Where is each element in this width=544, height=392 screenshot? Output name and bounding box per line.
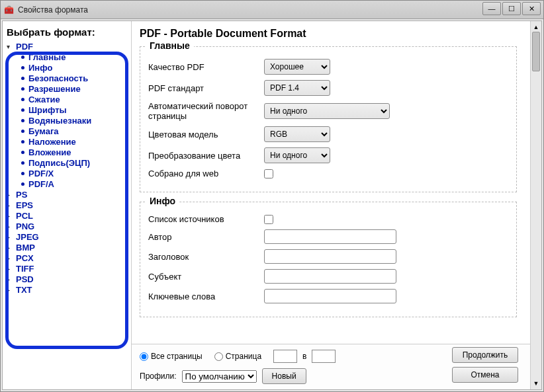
colorconv-select[interactable]: Ни одного <box>264 147 330 163</box>
chevron-right-icon: ▸ <box>7 212 13 219</box>
sidebar-item-label: Безопасность <box>28 73 88 83</box>
sidebar-item-label: Бумага <box>28 126 59 136</box>
page-from-input[interactable] <box>273 350 297 363</box>
format-txt[interactable]: ▸TXT <box>7 285 127 295</box>
sidebar-item-label: Главные <box>28 52 66 62</box>
autorotate-label: Автоматический поворот страницы <box>148 101 264 121</box>
sourcelist-checkbox[interactable] <box>264 215 273 224</box>
format-tree: ▾PDFГлавныеИнфоБезопасностьРазрешениеСжа… <box>7 42 127 295</box>
title-label: Заголовок <box>148 252 264 262</box>
minimize-button[interactable]: — <box>482 2 501 15</box>
profile-select[interactable]: По умолчанию <box>182 370 257 383</box>
cancel-button[interactable]: Отмена <box>452 367 518 383</box>
sidebar-item[interactable]: Инфо <box>21 63 127 73</box>
author-input[interactable] <box>264 229 396 244</box>
sidebar-item[interactable]: Главные <box>21 52 127 62</box>
chevron-right-icon: ▸ <box>7 191 13 198</box>
sidebar-item[interactable]: Шрифты <box>21 105 127 115</box>
sidebar-item[interactable]: Наложение <box>21 137 127 147</box>
bullet-icon <box>21 119 24 122</box>
chevron-right-icon: ▸ <box>7 265 13 272</box>
format-label: PSD <box>16 274 34 284</box>
sidebar-item[interactable]: Сжатие <box>21 95 127 104</box>
colormodel-label: Цветовая модель <box>148 130 264 139</box>
sidebar-item-label: Шрифты <box>28 105 67 115</box>
app-icon: 🧰 <box>3 5 14 15</box>
page-radio-wrap[interactable]: Страница <box>214 352 261 361</box>
keywords-label: Ключевые слова <box>148 292 264 301</box>
sidebar-item-label: PDF/X <box>28 169 54 178</box>
vertical-scrollbar[interactable]: ▲ ▼ <box>530 21 541 389</box>
scroll-down-icon[interactable]: ▼ <box>531 379 541 388</box>
chevron-right-icon: ▸ <box>7 202 13 209</box>
format-pdf[interactable]: ▾PDF <box>7 42 127 52</box>
titlebar: 🧰 Свойства формата — ☐ ✕ <box>1 1 543 19</box>
subject-label: Субъект <box>148 272 264 282</box>
colorconv-label: Преобразование цвета <box>148 151 264 161</box>
sidebar-item[interactable]: Безопасность <box>21 73 127 83</box>
format-label: PS <box>16 190 27 200</box>
page-to-input[interactable] <box>312 350 336 363</box>
allpages-radio-wrap[interactable]: Все страницы <box>140 352 203 361</box>
format-jpeg[interactable]: ▸JPEG <box>7 232 127 242</box>
scroll-up-icon[interactable]: ▲ <box>531 22 541 32</box>
sidebar-item[interactable]: Вложение <box>21 147 127 157</box>
format-eps[interactable]: ▸EPS <box>7 200 127 210</box>
format-psd[interactable]: ▸PSD <box>7 274 127 284</box>
format-label: TIFF <box>16 264 34 274</box>
dialog-window: 🧰 Свойства формата — ☐ ✕ Выбрать формат:… <box>0 0 544 392</box>
sidebar-item[interactable]: Подпись(ЭЦП) <box>21 158 127 168</box>
scroll-thumb[interactable] <box>532 32 540 71</box>
autorotate-select[interactable]: Ни одного <box>264 103 390 119</box>
sidebar-item-label: Разрешение <box>28 84 81 94</box>
group-main-legend: Главные <box>146 40 194 51</box>
group-info-legend: Инфо <box>146 196 179 206</box>
subject-input[interactable] <box>264 269 396 284</box>
sidebar-item[interactable]: Водяныезнаки <box>21 116 127 126</box>
title-input[interactable] <box>264 249 396 264</box>
format-label: PCL <box>16 211 33 221</box>
chevron-down-icon: ▾ <box>7 43 13 50</box>
page-title: PDF - Portable Document Format <box>140 28 517 40</box>
sidebar-item[interactable]: Разрешение <box>21 84 127 94</box>
quality-select[interactable]: Хорошее <box>264 59 330 75</box>
chevron-right-icon: ▸ <box>7 286 13 294</box>
sourcelist-label: Список источников <box>148 214 264 224</box>
page-radio[interactable] <box>214 352 223 361</box>
maximize-button[interactable]: ☐ <box>502 2 521 15</box>
chevron-right-icon: ▸ <box>7 244 13 251</box>
main-panel: PDF - Portable Document Format Главные К… <box>132 21 530 389</box>
new-profile-button[interactable]: Новый <box>262 368 306 384</box>
continue-button[interactable]: Продолжить <box>452 347 518 363</box>
sidebar-item-label: Сжатие <box>28 95 60 104</box>
standard-label: PDF стандарт <box>148 83 264 93</box>
quality-label: Качество PDF <box>148 62 264 72</box>
group-main: Главные Качество PDF Хорошее PDF стандар… <box>140 46 517 192</box>
format-ps[interactable]: ▸PS <box>7 190 127 200</box>
web-checkbox[interactable] <box>264 169 273 178</box>
sidebar-item[interactable]: PDF/X <box>21 169 127 178</box>
format-pcl[interactable]: ▸PCL <box>7 211 127 221</box>
format-bmp[interactable]: ▸BMP <box>7 243 127 253</box>
format-tiff[interactable]: ▸TIFF <box>7 264 127 274</box>
sidebar-item-label: Подпись(ЭЦП) <box>28 158 90 168</box>
sidebar-item[interactable]: PDF/A <box>21 179 127 189</box>
format-label: PCX <box>16 253 34 263</box>
bullet-icon <box>21 87 24 91</box>
sidebar-item-label: Водяныезнаки <box>28 116 91 126</box>
format-label: JPEG <box>16 232 39 242</box>
keywords-input[interactable] <box>264 289 396 303</box>
chevron-right-icon: ▸ <box>7 255 13 262</box>
bullet-icon <box>21 130 24 133</box>
colormodel-select[interactable]: RGB <box>264 126 330 142</box>
standard-select[interactable]: PDF 1.4 <box>264 80 330 96</box>
format-label: EPS <box>16 200 33 210</box>
close-button[interactable]: ✕ <box>522 2 541 15</box>
format-png[interactable]: ▸PNG <box>7 221 127 231</box>
sidebar-item-label: Инфо <box>28 63 52 73</box>
format-pcx[interactable]: ▸PCX <box>7 253 127 263</box>
subtree-pdf: ГлавныеИнфоБезопасностьРазрешениеСжатиеШ… <box>21 52 127 189</box>
sidebar-item[interactable]: Бумага <box>21 126 127 136</box>
bullet-icon <box>21 66 24 69</box>
allpages-radio[interactable] <box>140 352 148 361</box>
